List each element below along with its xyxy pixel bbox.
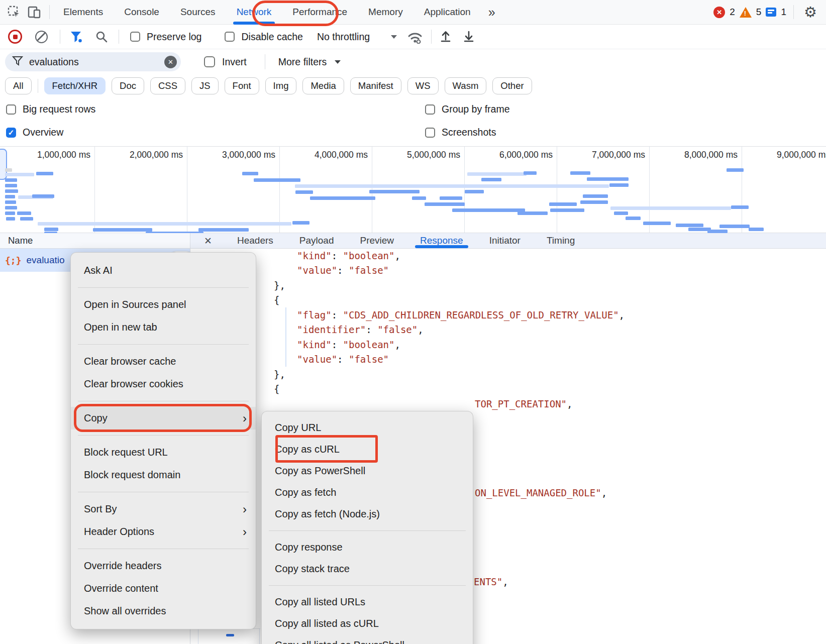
tab-memory[interactable]: Memory (358, 0, 414, 25)
menu-item-sort-by[interactable]: Sort By› (71, 498, 256, 520)
invert-checkbox[interactable] (204, 56, 215, 67)
menu-item-block-request-domain[interactable]: Block request domain (71, 464, 256, 486)
network-overview-timeline[interactable]: 1,000,000 ms2,000,000 ms3,000,000 ms4,00… (0, 146, 826, 233)
menu-item-copy-as-curl[interactable]: Copy as cURL (262, 439, 473, 460)
waterfall-bar (38, 222, 291, 226)
screenshots-checkbox[interactable] (425, 128, 435, 138)
chevron-down-icon[interactable] (335, 60, 341, 64)
menu-item-open-in-sources-panel[interactable]: Open in Sources panel (71, 293, 256, 316)
detail-tab-headers[interactable]: Headers (224, 233, 286, 248)
menu-item-copy-url[interactable]: Copy URL (262, 417, 473, 439)
menu-item-copy-as-fetch-node-js[interactable]: Copy as fetch (Node.js) (262, 503, 473, 525)
menu-item-copy-stack-trace[interactable]: Copy stack trace (262, 558, 473, 580)
menu-item-copy-as-fetch[interactable]: Copy as fetch (262, 482, 473, 503)
more-filters-button[interactable]: More filters (278, 56, 327, 68)
chip-media[interactable]: Media (302, 77, 344, 94)
code-punctuation: : (332, 339, 343, 350)
inspect-icon[interactable] (4, 2, 24, 22)
issues-count: 1 (781, 7, 786, 18)
filter-icon[interactable] (66, 27, 86, 47)
divider (431, 30, 432, 44)
menu-item-copy-response[interactable]: Copy response (262, 536, 473, 558)
waterfall-bar (719, 225, 750, 228)
group-by-frame-checkbox[interactable] (425, 104, 435, 115)
detail-tab-timing[interactable]: Timing (534, 233, 588, 248)
separator-line (269, 585, 466, 586)
code-punctuation: : (337, 265, 349, 276)
chip-js[interactable]: JS (191, 77, 219, 94)
close-icon[interactable]: ✕ (198, 233, 218, 248)
menu-item-label: Copy as cURL (275, 444, 340, 455)
detail-tab-response[interactable]: Response (407, 233, 476, 248)
waterfall-bar (295, 190, 313, 194)
tab-network[interactable]: Network (226, 0, 282, 25)
tab-label: Elements (63, 7, 103, 18)
tab-application[interactable]: Application (414, 0, 481, 25)
timeline-tick-label: 1,000,000 ms (5, 150, 90, 160)
disable-cache-checkbox[interactable] (225, 32, 235, 42)
chip-wasm[interactable]: Wasm (445, 77, 487, 94)
menu-item-copy[interactable]: Copy› (71, 407, 256, 430)
search-icon[interactable] (91, 27, 112, 47)
chip-font[interactable]: Font (225, 77, 259, 94)
clear-icon[interactable] (35, 31, 48, 43)
more-tabs-icon[interactable]: » (481, 5, 502, 20)
chip-manifest[interactable]: Manifest (350, 77, 401, 94)
console-status-badges[interactable]: ✕ 2 ! 5 1 (713, 7, 786, 18)
menu-item-copy-as-powershell[interactable]: Copy as PowerShell (262, 460, 473, 482)
code-punctuation: , (601, 487, 607, 498)
menu-item-override-headers[interactable]: Override headers (71, 555, 256, 577)
tab-performance[interactable]: Performance (282, 0, 358, 25)
big-request-rows-checkbox[interactable] (6, 104, 16, 115)
overview-checkbox[interactable]: ✓ (6, 128, 16, 138)
tab-console[interactable]: Console (114, 0, 170, 25)
separator-line (78, 344, 249, 345)
preserve-log-checkbox[interactable] (130, 32, 140, 42)
menu-item-copy-all-listed-as-curl[interactable]: Copy all listed as cURL (262, 613, 473, 634)
clear-filter-icon[interactable]: ✕ (164, 56, 177, 68)
detail-tab-preview[interactable]: Preview (347, 233, 407, 248)
name-column-header[interactable]: Name (0, 233, 190, 249)
menu-item-clear-browser-cache[interactable]: Clear browser cache (71, 350, 256, 373)
menu-item-label: Ask AI (84, 265, 113, 276)
menu-item-override-content[interactable]: Override content (71, 577, 256, 600)
waterfall-bar (5, 200, 16, 204)
code-value: "false" (349, 265, 389, 276)
chip-fetch-xhr[interactable]: Fetch/XHR (44, 77, 106, 94)
export-har-icon[interactable] (459, 27, 479, 47)
menu-item-block-request-url[interactable]: Block request URL (71, 441, 256, 464)
menu-item-clear-browser-cookies[interactable]: Clear browser cookies (71, 373, 256, 395)
menu-item-copy-all-listed-as-powershell[interactable]: Copy all listed as PowerShell (262, 634, 473, 644)
timeline-tick-label: 8,000,000 ms (652, 150, 738, 160)
chevron-down-icon[interactable] (391, 35, 397, 39)
timeline-gridline (742, 147, 742, 233)
detail-tab-initiator[interactable]: Initiator (476, 233, 534, 248)
chip-img[interactable]: Img (265, 77, 297, 94)
throttling-select[interactable]: No throttling (317, 31, 370, 43)
chip-doc[interactable]: Doc (112, 77, 144, 94)
chip-other[interactable]: Other (492, 77, 532, 94)
waterfall-bar (292, 221, 309, 225)
menu-item-header-options[interactable]: Header Options› (71, 520, 256, 543)
import-har-icon[interactable] (436, 27, 456, 47)
menu-item-label: Open in new tab (84, 321, 157, 333)
menu-item-copy-all-listed-urls[interactable]: Copy all listed URLs (262, 591, 473, 613)
tab-elements[interactable]: Elements (53, 0, 114, 25)
filter-input[interactable] (28, 56, 164, 68)
menu-item-show-all-overrides[interactable]: Show all overrides (71, 600, 256, 622)
fold-marker[interactable] (226, 634, 234, 636)
network-conditions-icon[interactable] (405, 27, 425, 47)
code-punctuation: , (567, 398, 572, 409)
detail-tab-payload[interactable]: Payload (286, 233, 347, 248)
menu-item-ask-ai[interactable]: Ask AI (71, 259, 256, 282)
menu-separator (71, 543, 256, 555)
submenu-arrow-icon: › (243, 412, 247, 424)
gear-icon[interactable]: ⚙ (804, 4, 817, 21)
chip-all[interactable]: All (5, 77, 32, 94)
chip-css[interactable]: CSS (150, 77, 185, 94)
menu-item-open-in-new-tab[interactable]: Open in new tab (71, 316, 256, 339)
record-icon[interactable] (8, 30, 22, 44)
device-toolbar-icon[interactable] (24, 2, 44, 22)
tab-sources[interactable]: Sources (170, 0, 226, 25)
chip-ws[interactable]: WS (407, 77, 439, 94)
